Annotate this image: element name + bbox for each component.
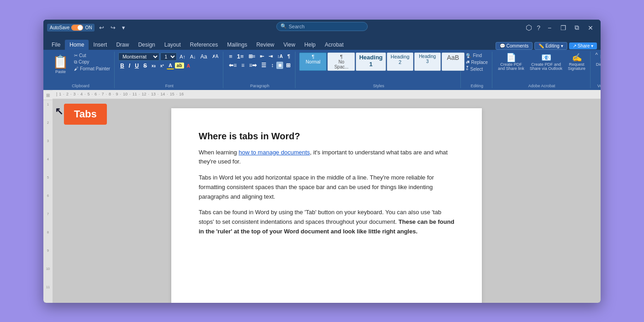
request-signature-button[interactable]: ✍ RequestSignature: [566, 53, 587, 73]
ribbon-group-paragraph: ≡ 1≡ ⊞≡ ⇤ ⇥ ↕A ¶ ⬅≡ ≡ ≡➡ ☰ ↕ ■ ⊞: [224, 52, 296, 88]
dictate-label: Dictate: [596, 63, 601, 67]
styles-content: ¶ Normal ¶ No Spac... Heading 1 Heading …: [299, 52, 458, 83]
decrease-indent-button[interactable]: ⇤: [258, 53, 266, 60]
page-container: Where is tabs in Word? When learning how…: [53, 99, 601, 303]
top-right-actions: 💬 Comments ✏️ Editing ▾ ↗ Share ▾: [496, 42, 597, 50]
tab-file[interactable]: File: [47, 40, 65, 50]
tab-review[interactable]: Review: [252, 40, 279, 50]
autosave-toggle-dot: [78, 25, 83, 30]
increase-indent-button[interactable]: ⇥: [267, 53, 274, 60]
editing-chevron: ▾: [561, 43, 563, 48]
tab-home[interactable]: Home: [65, 40, 89, 50]
font-grow-button[interactable]: A↑: [178, 53, 187, 60]
close-button[interactable]: ✕: [584, 21, 597, 34]
resize-button[interactable]: ⧉: [570, 21, 583, 34]
subscript-button[interactable]: x₂: [150, 63, 158, 69]
underline-button[interactable]: U: [133, 62, 141, 69]
align-left-button[interactable]: ⬅≡: [227, 62, 238, 69]
ruler-corner[interactable]: ⊞: [43, 91, 53, 100]
font-shrink-button[interactable]: A↓: [188, 53, 198, 60]
paste-button[interactable]: 📋 Paste: [50, 53, 71, 76]
font-bottom-row: B I U S x₂ x² A ab A: [118, 62, 192, 69]
para1-link[interactable]: how to manage documents: [238, 149, 310, 156]
create-pdf-share-link-button[interactable]: 📄 Create PDFand Share link: [496, 53, 526, 73]
cut-button[interactable]: ✂ Cut: [73, 53, 111, 58]
document-heading: Where is tabs in Word?: [199, 131, 454, 142]
style-heading1-button[interactable]: Heading 1: [356, 53, 385, 71]
minimize-button[interactable]: −: [543, 21, 556, 34]
paragraph-group-label: Paragraph: [250, 83, 269, 88]
sort-button[interactable]: ↕A: [275, 53, 285, 59]
change-case-button[interactable]: Aa: [199, 53, 209, 60]
undo-icon[interactable]: ↩: [97, 23, 106, 32]
comments-button[interactable]: 💬 Comments: [496, 42, 533, 50]
restore-button[interactable]: ❐: [557, 21, 570, 34]
style-heading2-button[interactable]: Heading 2: [387, 53, 413, 71]
paste-label: Paste: [55, 69, 66, 74]
multilevel-list-button[interactable]: ⊞≡: [247, 53, 257, 60]
document-para3: Tabs can be found in Word by using the '…: [199, 208, 454, 236]
tab-view[interactable]: View: [279, 40, 300, 50]
font-face-select[interactable]: Montserrat: [118, 53, 159, 61]
italic-button[interactable]: I: [127, 62, 132, 69]
tab-references[interactable]: References: [185, 40, 222, 50]
help-icon[interactable]: ?: [535, 24, 542, 32]
ruler-num-10: 10: [46, 266, 50, 285]
font-size-select[interactable]: 11: [160, 53, 177, 61]
style-heading3-button[interactable]: Heading 3: [414, 53, 441, 71]
style-normal-button[interactable]: ¶ Normal: [299, 53, 327, 71]
autosave-toggle[interactable]: [71, 25, 83, 31]
font-top-row: Montserrat 11 A↑ A↓ Aa ✗A: [118, 53, 220, 61]
numbering-button[interactable]: 1≡: [235, 53, 246, 60]
bold-button[interactable]: B: [118, 62, 126, 69]
collapse-ribbon-button[interactable]: ^: [592, 50, 601, 60]
replace-icon: ⇄: [466, 60, 470, 65]
tab-layout[interactable]: Layout: [160, 40, 185, 50]
search-bar[interactable]: 🔍 Search: [276, 22, 368, 31]
tab-insert[interactable]: Insert: [89, 40, 111, 50]
replace-button[interactable]: ⇄ Replace: [465, 59, 489, 65]
ribbon-group-styles: ¶ Normal ¶ No Spac... Heading 1 Heading …: [296, 52, 461, 88]
tab-mailings[interactable]: Mailings: [222, 40, 252, 50]
find-button[interactable]: 🔍 Find: [465, 53, 483, 58]
tab-design[interactable]: Design: [133, 40, 159, 50]
redo-icon[interactable]: ↪: [109, 23, 117, 32]
line-spacing-button[interactable]: ↕: [269, 62, 275, 69]
font-color-button[interactable]: A: [185, 63, 192, 69]
justify-button[interactable]: ☰: [259, 62, 268, 69]
tab-acrobat[interactable]: Acrobat: [320, 40, 348, 50]
document-page[interactable]: Where is tabs in Word? When learning how…: [171, 108, 482, 303]
copy-label: Copy: [79, 59, 89, 64]
ribbon-group-font: Montserrat 11 A↑ A↓ Aa ✗A B I U S x₂: [116, 52, 223, 88]
format-painter-label: Format Painter: [80, 66, 110, 71]
content-area[interactable]: |1·2·3·4·5·6·7·8·9·10·11·12·13·14·15·16 …: [53, 90, 601, 303]
select-label: Select: [470, 67, 483, 72]
editing-button[interactable]: ✏️ Editing ▾: [534, 42, 567, 50]
style-title-button[interactable]: AaB: [442, 53, 465, 71]
clipboard-small-btns: ✂ Cut ⧉ Copy 🖌 Format Painter: [73, 53, 111, 72]
autosave-badge[interactable]: AutoSave ON: [47, 24, 95, 32]
superscript-button[interactable]: x²: [158, 63, 166, 69]
create-pdf-outlook-button[interactable]: 📧 Create PDF andShare via Outlook: [528, 53, 565, 73]
clear-formatting-button[interactable]: ✗A: [210, 53, 221, 59]
format-painter-button[interactable]: 🖌 Format Painter: [73, 66, 111, 72]
style-no-space-button[interactable]: ¶ No Spac...: [327, 53, 355, 71]
customize-qat-icon[interactable]: ▾: [120, 23, 127, 32]
search-input-label: Search: [289, 24, 305, 29]
tab-help[interactable]: Help: [300, 40, 320, 50]
align-right-button[interactable]: ≡➡: [247, 62, 259, 69]
copy-button[interactable]: ⧉ Copy: [73, 59, 111, 65]
text-color-button[interactable]: A: [167, 62, 174, 69]
show-marks-button[interactable]: ¶: [285, 53, 292, 59]
borders-button[interactable]: ⊞: [284, 62, 292, 69]
align-center-button[interactable]: ≡: [239, 62, 246, 69]
acrobat-content: 📄 Create PDFand Share link 📧 Create PDF …: [496, 52, 587, 83]
acrobat-icon[interactable]: ⬡: [524, 23, 534, 32]
select-button[interactable]: ⌖ Select: [465, 66, 484, 73]
tab-draw[interactable]: Draw: [111, 40, 133, 50]
bullets-button[interactable]: ≡: [227, 53, 234, 60]
shading-button[interactable]: ■: [276, 62, 283, 69]
strikethrough-button[interactable]: S: [142, 62, 149, 69]
share-button[interactable]: ↗ Share ▾: [569, 42, 597, 49]
highlight-button[interactable]: ab: [175, 63, 184, 69]
